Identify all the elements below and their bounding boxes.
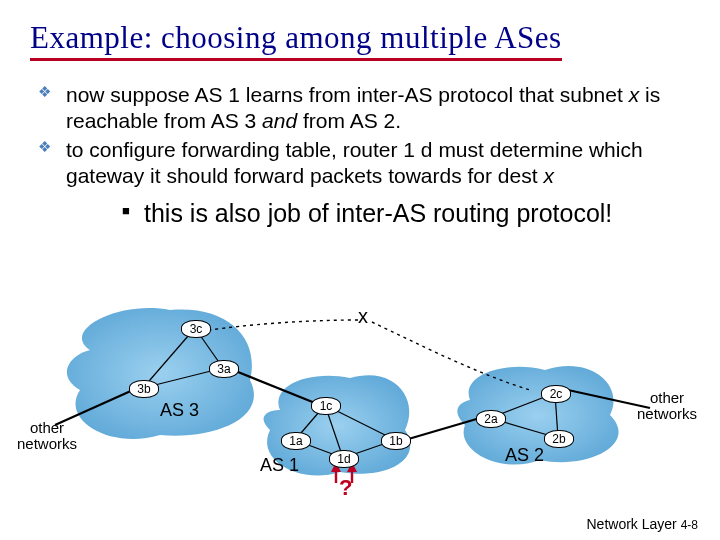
as2-label: AS 2 xyxy=(505,445,544,466)
b2-x: x xyxy=(543,164,554,187)
router-3c: 3c xyxy=(181,320,211,338)
sub-bullet-list: this is also job of inter-AS routing pro… xyxy=(66,198,678,229)
b1-pre: now suppose AS 1 learns from inter-AS pr… xyxy=(66,83,629,106)
b1-and: and xyxy=(262,109,297,132)
other-networks-left: other networks xyxy=(12,420,82,452)
bullet-2: to configure forwarding table, router 1 … xyxy=(38,137,678,229)
b1-x: x xyxy=(629,83,640,106)
router-2b: 2b xyxy=(544,430,574,448)
footer-text: Network Layer xyxy=(587,516,677,532)
b2-text: to configure forwarding table, router 1 … xyxy=(66,138,643,187)
router-1a: 1a xyxy=(281,432,311,450)
question-mark: ? xyxy=(339,475,352,501)
sub-bullet-1: this is also job of inter-AS routing pro… xyxy=(122,198,678,229)
router-1b: 1b xyxy=(381,432,411,450)
bullet-1: now suppose AS 1 learns from inter-AS pr… xyxy=(38,82,678,133)
x-node-label: x xyxy=(358,305,368,328)
bullet-list: now suppose AS 1 learns from inter-AS pr… xyxy=(38,82,678,233)
router-2a: 2a xyxy=(476,410,506,428)
page-title: Example: choosing among multiple ASes xyxy=(30,20,562,61)
router-1c: 1c xyxy=(311,397,341,415)
as1-label: AS 1 xyxy=(260,455,299,476)
footer: Network Layer 4-8 xyxy=(587,516,699,532)
router-3a: 3a xyxy=(209,360,239,378)
router-1d: 1d xyxy=(329,450,359,468)
as-diagram: 3c 3a 3b 1c 1a 1d 1b 2a 2c 2b AS 3 AS 1 … xyxy=(0,290,720,510)
slide: Example: choosing among multiple ASes no… xyxy=(0,0,720,540)
router-2c: 2c xyxy=(541,385,571,403)
b1-post: from AS 2. xyxy=(297,109,401,132)
footer-page: 4-8 xyxy=(681,518,698,532)
as3-label: AS 3 xyxy=(160,400,199,421)
other-networks-right: other networks xyxy=(632,390,702,422)
router-3b: 3b xyxy=(129,380,159,398)
